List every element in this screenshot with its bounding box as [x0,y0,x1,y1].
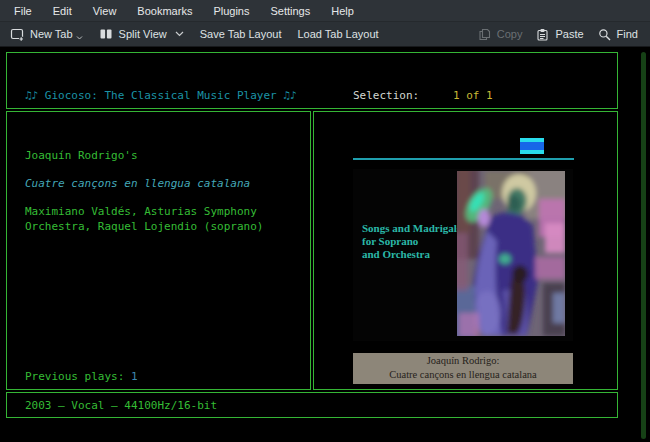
album-caption-line2: Cuatre cançons en llengua catalana [353,368,573,382]
menu-view[interactable]: View [93,5,117,17]
load-tab-layout-button[interactable]: Load Tab Layout [297,28,378,40]
split-view-icon [99,27,113,41]
player-header-box: ♫♪ Giocoso: The Classical Music Player ♫… [6,52,618,109]
track-info-box: 2003 – Vocal – 44100Hz/16-bit [6,392,618,418]
toolbar: New Tab Split View Save Tab Layout Load … [0,22,650,47]
new-tab-button[interactable]: New Tab [10,27,83,41]
split-view-label: Split View [119,28,167,40]
previous-plays: Previous plays: 1 [25,369,138,384]
new-tab-label: New Tab [30,28,73,40]
paste-label: Paste [555,28,583,40]
selection-value: 1 of 1 [453,88,585,103]
split-view-chevron-icon [175,31,184,37]
find-icon [598,28,611,41]
cover-title-line2: for Soprano [362,235,461,248]
new-tab-caret-icon [76,36,83,40]
app-title: ♫♪ Giocoso: The Classical Music Player ♫… [25,88,297,103]
performers: Maximiano Valdés, Asturias Symphony Orch… [25,204,297,234]
album-caption-line1: Joaquín Rodrigo: [353,354,573,368]
menu-bookmarks[interactable]: Bookmarks [137,5,192,17]
previous-plays-value: 1 [131,370,138,383]
progress-thumb [520,138,544,154]
copy-button: Copy [478,28,523,41]
find-button[interactable]: Find [598,28,638,41]
menu-bar: File Edit View Bookmarks Plugins Setting… [0,0,650,22]
terminal-screen: ♫♪ Giocoso: The Classical Music Player ♫… [0,47,650,442]
album-cover-painting [457,171,565,336]
menu-plugins[interactable]: Plugins [213,5,249,17]
copy-icon [478,28,491,41]
album-cover-title: Songs and Madrigals for Soprano and Orch… [362,222,461,261]
album-panel: Songs and Madrigals for Soprano and Orch… [313,111,618,390]
menu-help[interactable]: Help [331,5,354,17]
menu-edit[interactable]: Edit [53,5,72,17]
composer-name: Joaquín Rodrigo's [25,148,138,163]
thumb-stripe-bottom [520,150,544,154]
work-title: Cuatre cançons en llengua catalana [25,176,250,191]
konsole-window: File Edit View Bookmarks Plugins Setting… [0,0,650,442]
album-cover: Songs and Madrigals for Soprano and Orch… [353,169,573,341]
menu-file[interactable]: File [14,5,32,17]
save-tab-layout-button[interactable]: Save Tab Layout [200,28,282,40]
toolbar-right-group: Copy Paste [478,28,640,41]
album-caption: Joaquín Rodrigo: Cuatre cançons en lleng… [353,353,573,384]
track-info-text: 2003 – Vocal – 44100Hz/16-bit [25,398,217,413]
menu-settings[interactable]: Settings [270,5,310,17]
load-tab-layout-label: Load Tab Layout [297,28,378,40]
paste-button[interactable]: Paste [536,28,583,41]
paste-icon [536,28,549,41]
previous-plays-label: Previous plays: [25,370,131,383]
new-tab-icon [10,27,24,41]
split-view-button[interactable]: Split View [99,27,184,41]
now-playing-panel: Joaquín Rodrigo's Cuatre cançons en llen… [6,111,311,390]
progress-track [353,158,574,160]
selection-label: Selection: [353,88,419,103]
save-tab-layout-label: Save Tab Layout [200,28,282,40]
terminal-scrollbar[interactable] [641,52,646,439]
find-label: Find [617,28,638,40]
cover-title-line3: and Orchestra [362,248,461,261]
copy-label: Copy [497,28,523,40]
cover-title-line1: Songs and Madrigals [362,222,461,235]
thumb-stripe-middle [520,142,544,150]
